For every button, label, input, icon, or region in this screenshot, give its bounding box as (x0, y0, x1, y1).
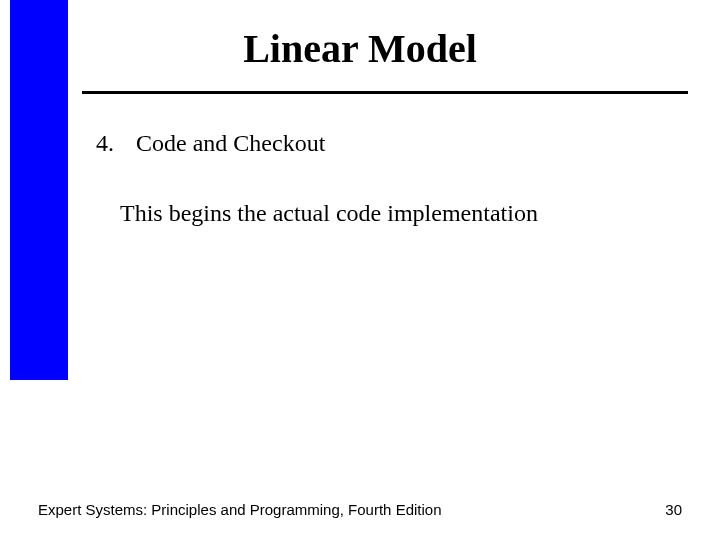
slide-title: Linear Model (0, 25, 720, 72)
footer-source: Expert Systems: Principles and Programmi… (38, 501, 442, 518)
list-number: 4. (96, 130, 136, 157)
footer-page-number: 30 (665, 501, 682, 518)
description-text: This begins the actual code implementati… (120, 200, 680, 227)
title-underline (82, 91, 688, 94)
list-label: Code and Checkout (136, 130, 656, 157)
list-item: 4. Code and Checkout (96, 130, 656, 157)
